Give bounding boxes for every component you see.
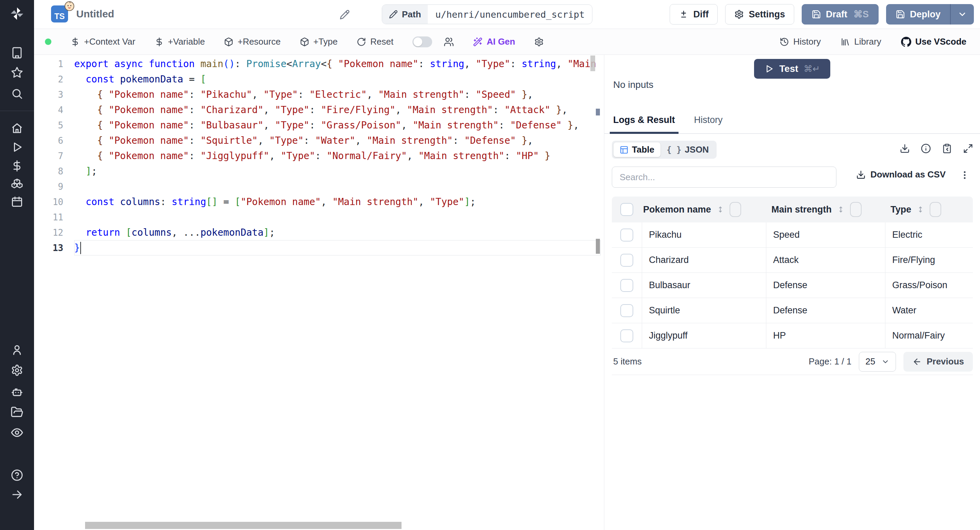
table-header: Pokemon name Main strength Type xyxy=(612,196,973,222)
search-input[interactable] xyxy=(612,166,837,188)
editor-settings-button[interactable] xyxy=(534,37,544,47)
kebab-menu-icon[interactable] xyxy=(959,170,970,180)
wand-icon xyxy=(473,37,482,47)
calendar-icon[interactable] xyxy=(0,192,34,211)
line-content: } xyxy=(74,240,601,255)
deploy-dropdown-button[interactable] xyxy=(951,4,974,24)
row-checkbox[interactable] xyxy=(620,228,633,241)
column-handle[interactable] xyxy=(850,202,862,217)
test-shortcut: ⌘↵ xyxy=(804,64,820,74)
table-body: PikachuSpeedElectricCharizardAttackFire/… xyxy=(612,222,973,348)
row-checkbox[interactable] xyxy=(620,279,633,292)
settings-button[interactable]: Settings xyxy=(725,4,794,24)
column-header: Type xyxy=(891,204,911,215)
search-icon[interactable] xyxy=(0,84,34,103)
editor-toolbar: +Context Var +Variable +Resource +Type R… xyxy=(34,29,980,55)
boxes-icon[interactable] xyxy=(0,173,34,192)
path-field[interactable]: Path u/henri/unencumbered_script xyxy=(382,5,592,24)
expand-icon[interactable] xyxy=(963,144,973,153)
table-row[interactable]: CharizardAttackFire/Flying xyxy=(612,247,973,273)
code-line-7[interactable]: 7 { "Pokemon name": "Jigglypuff", "Type"… xyxy=(34,148,601,163)
tab-logs-result[interactable]: Logs & Result xyxy=(613,112,675,133)
code-editor[interactable]: 1export async function main(): Promise<A… xyxy=(34,55,601,530)
editor-vertical-scrollbar[interactable] xyxy=(590,56,595,71)
info-icon[interactable] xyxy=(921,144,931,153)
help-icon[interactable] xyxy=(0,466,34,485)
history-button[interactable]: History xyxy=(780,37,821,47)
users-icon xyxy=(444,37,454,47)
code-line-9[interactable]: 9 xyxy=(34,179,601,194)
code-line-11[interactable]: 11 xyxy=(34,209,601,225)
tab-history[interactable]: History xyxy=(694,112,723,133)
line-content: export async function main(): Promise<Ar… xyxy=(74,56,601,72)
ai-gen-button[interactable]: AI Gen xyxy=(473,37,515,47)
test-button[interactable]: Test ⌘↵ xyxy=(754,59,830,79)
sort-icon[interactable] xyxy=(916,205,925,214)
pencil-icon xyxy=(389,10,398,19)
line-content: const pokemonData = [ xyxy=(74,72,601,87)
library-button[interactable]: Library xyxy=(840,37,881,47)
view-table-button[interactable]: Table xyxy=(614,142,660,157)
sort-icon[interactable] xyxy=(716,205,725,214)
building-icon[interactable] xyxy=(0,43,34,62)
code-line-10[interactable]: 10 const columns: string[] = ["Pokemon n… xyxy=(34,194,601,209)
dollar-icon[interactable] xyxy=(0,156,34,176)
line-content: { "Pokemon name": "Squirtle", "Type": "W… xyxy=(74,133,601,148)
code-line-12[interactable]: 12 return [columns, ...pokemonData]; xyxy=(34,225,601,240)
diff-button[interactable]: Diff xyxy=(670,4,718,24)
add-type-button[interactable]: +Type xyxy=(300,37,338,47)
gear-icon[interactable] xyxy=(0,361,34,380)
code-line-5[interactable]: 5 { "Pokemon name": "Bulbasaur", "Type":… xyxy=(34,118,601,133)
code-line-8[interactable]: 8 ]; xyxy=(34,163,601,179)
table-cell: Bulbasaur xyxy=(642,273,766,298)
items-count: 5 items xyxy=(613,356,642,367)
clipboard-copy-icon[interactable] xyxy=(942,144,952,153)
code-line-2[interactable]: 2 const pokemonData = [ xyxy=(34,72,601,87)
add-context-var-button[interactable]: +Context Var xyxy=(70,37,135,47)
download-csv-button[interactable]: Download as CSV xyxy=(856,169,946,180)
page-size-select[interactable]: 25 xyxy=(859,352,896,372)
table-row[interactable]: BulbasaurDefenseGrass/Poison xyxy=(612,273,973,298)
home-icon[interactable] xyxy=(0,119,34,138)
draft-button[interactable]: Draft ⌘S xyxy=(802,4,878,24)
table-row[interactable]: SquirtleDefenseWater xyxy=(612,298,973,323)
code-line-1[interactable]: 1export async function main(): Promise<A… xyxy=(34,56,601,72)
pencil-icon[interactable] xyxy=(340,10,350,20)
table-row[interactable]: JigglypuffHPNormal/Fairy xyxy=(612,323,973,348)
add-resource-button[interactable]: +Resource xyxy=(224,37,280,47)
use-vscode-button[interactable]: Use VScode xyxy=(901,37,966,47)
line-number: 12 xyxy=(34,228,74,238)
play-icon[interactable] xyxy=(0,137,34,157)
add-variable-button[interactable]: +Variable xyxy=(154,37,205,47)
code-line-4[interactable]: 4 { "Pokemon name": "Charizard", "Type":… xyxy=(34,102,601,118)
windmill-logo[interactable] xyxy=(0,4,34,23)
row-checkbox[interactable] xyxy=(620,254,633,267)
view-json-button[interactable]: { } JSON xyxy=(660,142,715,157)
robot-icon[interactable] xyxy=(0,382,34,401)
collaborators-button[interactable] xyxy=(444,37,454,47)
deploy-button[interactable]: Deploy xyxy=(886,4,950,24)
star-icon[interactable] xyxy=(0,63,34,82)
sort-icon[interactable] xyxy=(837,205,845,214)
table-row[interactable]: PikachuSpeedElectric xyxy=(612,222,973,247)
code-line-13[interactable]: 13} xyxy=(34,240,601,255)
reset-button[interactable]: Reset xyxy=(356,37,393,47)
line-number: 8 xyxy=(34,166,74,176)
path-value[interactable]: u/henri/unencumbered_script xyxy=(428,5,592,24)
column-handle[interactable] xyxy=(930,202,941,217)
code-line-3[interactable]: 3 { "Pokemon name": "Pikachu", "Type": "… xyxy=(34,87,601,102)
diff-mode-toggle[interactable] xyxy=(412,37,432,47)
select-all-checkbox[interactable] xyxy=(620,203,633,216)
editor-horizontal-scrollbar[interactable] xyxy=(85,522,401,529)
download-icon[interactable] xyxy=(900,144,910,153)
user-icon[interactable] xyxy=(0,340,34,359)
eye-icon[interactable] xyxy=(0,423,34,442)
previous-page-button[interactable]: Previous xyxy=(904,352,973,372)
code-line-6[interactable]: 6 { "Pokemon name": "Squirtle", "Type": … xyxy=(34,133,601,148)
folder-open-icon[interactable] xyxy=(0,402,34,422)
arrow-right-icon[interactable] xyxy=(0,485,34,504)
row-checkbox[interactable] xyxy=(620,329,633,342)
row-checkbox[interactable] xyxy=(620,304,633,317)
play-icon xyxy=(764,64,774,73)
column-handle[interactable] xyxy=(730,202,741,217)
